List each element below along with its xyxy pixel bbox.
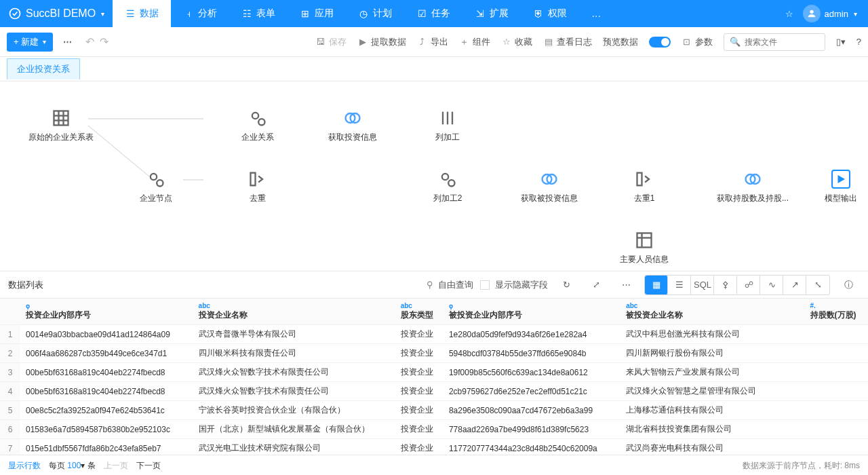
svg-rect-36 xyxy=(637,233,652,248)
export-icon: ⤴ xyxy=(417,37,428,48)
node-dedup1[interactable]: 去重1 xyxy=(604,170,685,204)
join-icon xyxy=(743,170,762,189)
expand-view[interactable]: ⤡ xyxy=(806,276,829,294)
more-actions[interactable]: ⋯ xyxy=(58,33,76,51)
next-page[interactable]: 下一页 xyxy=(136,460,161,472)
layout-button[interactable]: ▯▾ xyxy=(836,37,846,47)
cell: 来凤大智物云产业发展有限公司 xyxy=(620,363,804,382)
query-icon: ⚲ xyxy=(425,280,435,290)
gear-icon xyxy=(146,170,165,189)
col-header-c2[interactable]: abc投资企业名称 xyxy=(193,299,395,325)
export-button[interactable]: ⤴导出 xyxy=(417,36,448,48)
tab-form[interactable]: ☷表单 xyxy=(229,0,288,27)
graph-view[interactable]: ☍ xyxy=(737,276,760,294)
node-ent-rel[interactable]: 企业关系 xyxy=(217,109,298,143)
node-origin[interactable]: 原始的企业关系表 xyxy=(20,109,102,143)
col-header-c5[interactable]: abc被投资企业名称 xyxy=(620,299,804,325)
extract-button[interactable]: ▶提取数据 xyxy=(357,36,406,48)
refresh-button[interactable]: ↻ xyxy=(555,276,578,294)
cell xyxy=(805,382,868,401)
search-box[interactable]: 🔍 xyxy=(724,33,825,51)
table-header-row: ϙ投资企业内部序号 abc投资企业名称 abc股东类型 ϙ被投资企业内部序号 a… xyxy=(0,299,868,325)
undo-icon[interactable]: ↶ xyxy=(85,35,94,48)
star-icon[interactable]: ☆ xyxy=(785,9,793,19)
rownum-cell: 4 xyxy=(0,382,20,401)
redo-icon[interactable]: ↷ xyxy=(100,35,108,48)
line-view[interactable]: ↗ xyxy=(783,276,806,294)
tab-ext[interactable]: ⇲扩展 xyxy=(462,0,521,27)
dedup-icon xyxy=(635,170,654,189)
tab-perm[interactable]: ⛨权限 xyxy=(521,0,579,27)
table-row[interactable]: 7 015e51dbf5567fdfa86b2c43efa85eb7 武汉光电工… xyxy=(0,439,868,455)
tab-app[interactable]: ⊞应用 xyxy=(288,0,346,27)
table-row[interactable]: 2 006f4aa686287cb359b449ce6ce347d1 四川银米科… xyxy=(0,344,868,363)
prev-page[interactable]: 上一页 xyxy=(104,460,128,472)
footer-status: 数据来源于前序节点，耗时: 8ms xyxy=(743,460,860,472)
svg-point-27 xyxy=(157,180,163,186)
flow-canvas[interactable]: 原始的企业关系表 企业关系 获取投资信息 列加工 企业节点 去重 列加工2 获取… xyxy=(0,81,868,271)
table-row[interactable]: 3 00be5bf63168a819c404eb2274fbecd8 武汉烽火众… xyxy=(0,363,868,382)
pulse-view[interactable]: ∿ xyxy=(760,276,783,294)
sql-view[interactable]: SQL xyxy=(691,276,714,294)
table-row[interactable]: 1 0014e9a03bbacbae09d41ad124864a09 武汉奇普微… xyxy=(0,325,868,344)
col-header-c1[interactable]: ϙ投资企业内部序号 xyxy=(20,299,193,325)
node-col-proc2[interactable]: 列加工2 xyxy=(407,170,488,204)
table-row[interactable]: 5 00e8c5c2fa39252a0f947e624b53641c 宁波长谷英… xyxy=(0,401,868,420)
cell: 投资企业 xyxy=(395,382,443,401)
tree-view[interactable]: ⚴ xyxy=(714,276,737,294)
preview-toggle-switch[interactable] xyxy=(649,37,671,48)
file-tab[interactable]: 企业投资关系 xyxy=(7,58,80,79)
cell: 武汉奇普微半导体有限公司 xyxy=(193,325,395,344)
form-icon: ☷ xyxy=(241,8,252,19)
component-button[interactable]: ＋组件 xyxy=(459,36,490,48)
search-input[interactable] xyxy=(745,37,819,47)
log-button[interactable]: ▤查看日志 xyxy=(543,36,592,48)
node-output[interactable]: 模型输出 xyxy=(800,170,868,204)
list-view[interactable]: ☰ xyxy=(668,276,691,294)
tab-analysis[interactable]: ⫞分析 xyxy=(171,0,229,27)
node-staff[interactable]: 主要人员信息 xyxy=(604,231,685,265)
grid-view[interactable]: ▦ xyxy=(645,276,668,294)
table-row[interactable]: 6 01583e6a7d5894587b6380b2e952103c 国开（北京… xyxy=(0,420,868,439)
node-hold[interactable]: 获取持股数及持股... xyxy=(712,170,793,204)
node-dedup[interactable]: 去重 xyxy=(217,170,298,204)
params-button[interactable]: ⊡参数 xyxy=(682,36,713,48)
node-col-proc[interactable]: 列加工 xyxy=(407,109,488,143)
cell: 武汉烽火众智数字技术有限责任公司 xyxy=(193,382,395,401)
cell xyxy=(805,325,868,344)
cell: 投资企业 xyxy=(395,401,443,420)
svg-rect-33 xyxy=(637,173,642,186)
brand[interactable]: SuccBI DEMO ▾ xyxy=(0,7,113,20)
favorite-button[interactable]: ☆收藏 xyxy=(501,36,532,48)
page-size[interactable]: 100 xyxy=(67,461,81,470)
node-get-inv[interactable]: 获取投资信息 xyxy=(312,109,393,143)
table-row[interactable]: 4 00be5bf63168a819c404eb2274fbecd8 武汉烽火众… xyxy=(0,382,868,401)
new-button[interactable]: + 新建 ▾ xyxy=(7,33,53,52)
tab-more[interactable]: … xyxy=(579,0,613,27)
fullscreen-button[interactable]: ⤢ xyxy=(585,276,608,294)
col-header-c3[interactable]: abc股东类型 xyxy=(395,299,443,325)
cell: 武汉尚赛光电科技有限公司 xyxy=(620,439,804,455)
free-query-button[interactable]: ⚲自由查询 xyxy=(425,279,473,291)
more-tools[interactable]: ⋯ xyxy=(614,276,637,294)
cell: 1e280da05d9fef9d934a6f26e1e282a4 xyxy=(443,325,620,344)
info-button[interactable]: ⓘ xyxy=(837,276,860,294)
history: ↶ ↷ xyxy=(85,35,108,48)
tab-data[interactable]: ☰数据 xyxy=(113,0,171,27)
help-button[interactable]: ? xyxy=(856,37,861,47)
col-header-c6[interactable]: #.持股数(万股) xyxy=(805,299,868,325)
node-ent-node[interactable]: 企业节点 xyxy=(115,170,197,204)
save-button[interactable]: 🖫保存 xyxy=(315,36,347,48)
file-tab-row: 企业投资关系 xyxy=(0,57,868,81)
tab-task[interactable]: ☑任务 xyxy=(404,0,462,27)
rownum-cell: 7 xyxy=(0,439,20,455)
avatar xyxy=(803,5,821,22)
tab-plan[interactable]: ◷计划 xyxy=(346,0,404,27)
show-rows-link[interactable]: 显示行数 xyxy=(8,460,41,472)
node-get-invested[interactable]: 获取被投资信息 xyxy=(509,170,590,204)
col-header-c4[interactable]: ϙ被投资企业内部序号 xyxy=(443,299,620,325)
show-hidden-checkbox[interactable]: 显示隐藏字段 xyxy=(480,279,548,291)
cell: 8a296e3508c090aa7cd47672eb6a3a99 xyxy=(443,401,620,420)
user-menu[interactable]: admin ▾ xyxy=(803,5,857,22)
data-table-wrap[interactable]: ϙ投资企业内部序号 abc投资企业名称 abc股东类型 ϙ被投资企业内部序号 a… xyxy=(0,299,868,455)
